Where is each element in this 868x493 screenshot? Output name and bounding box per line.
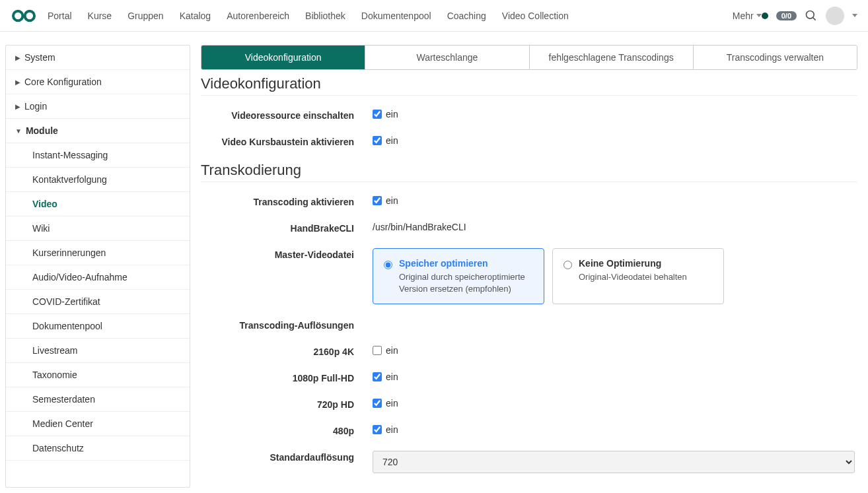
- select-default-res[interactable]: 720: [373, 451, 855, 473]
- sidebar-item-wiki[interactable]: Wiki: [6, 216, 190, 241]
- radio-noopt[interactable]: [563, 261, 572, 269]
- nav-item-0[interactable]: Portal: [48, 11, 72, 21]
- nav-item-8[interactable]: Video Collection: [502, 11, 569, 21]
- checkbox-videores-label: ein: [386, 109, 398, 119]
- section-heading-video: Videokonfiguration: [201, 75, 857, 92]
- svg-point-0: [13, 11, 22, 20]
- nav-right: 0/0: [762, 7, 857, 25]
- main-content: VideokonfigurationWarteschlangefehlgesch…: [201, 45, 863, 488]
- checkbox-480-label: ein: [386, 424, 398, 435]
- nav-more-label: Mehr: [733, 11, 754, 21]
- notification-badge[interactable]: 0/0: [776, 11, 797, 20]
- radio-card-optimize[interactable]: Speicher optimieren Original durch speic…: [373, 248, 544, 304]
- nav-item-2[interactable]: Gruppen: [127, 11, 163, 21]
- radio-noopt-desc: Original-Videodatei behalten: [579, 271, 687, 283]
- nav-item-5[interactable]: Bibliothek: [305, 11, 345, 21]
- chevron-down-icon: [756, 14, 762, 17]
- radio-optimize-title: Speicher optimieren: [399, 258, 533, 269]
- sidebar-item-medien-center[interactable]: Medien Center: [6, 412, 190, 436]
- label-resolutions: Transcoding-Auflösungen: [201, 319, 373, 331]
- user-menu-caret-icon[interactable]: [852, 14, 857, 17]
- checkbox-videokurs-label: ein: [386, 135, 398, 146]
- sidebar-group-system[interactable]: ▶System: [6, 46, 190, 70]
- label-trans-on: Transcoding aktivieren: [201, 195, 373, 207]
- tabs: VideokonfigurationWarteschlangefehlgesch…: [201, 45, 857, 70]
- chevron-right-icon: ▶: [15, 103, 20, 110]
- chevron-right-icon: ▶: [15, 79, 20, 86]
- nav-item-4[interactable]: Autorenbereich: [227, 11, 289, 21]
- checkbox-720[interactable]: [373, 399, 382, 408]
- tab-1[interactable]: Warteschlange: [365, 46, 529, 69]
- nav-item-6[interactable]: Dokumentenpool: [361, 11, 431, 21]
- checkbox-2160-label: ein: [386, 345, 398, 356]
- nav-item-1[interactable]: Kurse: [88, 11, 112, 21]
- sidebar-group-label: Login: [24, 101, 47, 112]
- tab-0[interactable]: Videokonfiguration: [201, 46, 365, 69]
- sidebar-item-taxonomie[interactable]: Taxonomie: [6, 363, 190, 387]
- svg-point-1: [25, 11, 34, 20]
- nav-item-7[interactable]: Coaching: [447, 11, 486, 21]
- tab-2[interactable]: fehlgeschlagene Transcodings: [530, 46, 694, 69]
- svg-line-3: [813, 17, 816, 20]
- section-heading-trans: Transkodierung: [201, 162, 857, 179]
- label-videokurs: Video Kursbaustein aktivieren: [201, 135, 373, 147]
- checkbox-1080[interactable]: [373, 372, 382, 381]
- nav-more[interactable]: Mehr: [733, 11, 762, 21]
- radio-card-noopt[interactable]: Keine Optimierung Original-Videodatei be…: [552, 248, 724, 304]
- sidebar-item-audio-video-aufnahme[interactable]: Audio/Video-Aufnahme: [6, 265, 190, 290]
- label-master: Master-Videodatei: [201, 248, 373, 260]
- radio-optimize-desc: Original durch speicheroptimierte Versio…: [399, 271, 533, 294]
- checkbox-720-label: ein: [386, 398, 398, 409]
- radio-noopt-title: Keine Optimierung: [579, 258, 687, 269]
- sidebar-group-label: Core Konfiguration: [24, 77, 102, 87]
- status-dot-icon: [762, 13, 768, 19]
- sidebar-item-covid-zertifikat[interactable]: COVID-Zertifikat: [6, 290, 190, 314]
- logo[interactable]: [11, 8, 37, 24]
- topbar: PortalKurseGruppenKatalogAutorenbereichB…: [0, 0, 868, 32]
- checkbox-480[interactable]: [373, 425, 382, 434]
- label-720: 720p HD: [201, 398, 373, 410]
- label-1080: 1080p Full-HD: [201, 372, 373, 383]
- label-videores: Videoressource einschalten: [201, 109, 373, 121]
- sidebar-group-core-konfiguration[interactable]: ▶Core Konfiguration: [6, 70, 190, 94]
- sidebar-item-dokumentenpool[interactable]: Dokumentenpool: [6, 314, 190, 339]
- checkbox-trans-on-label: ein: [386, 195, 398, 206]
- chevron-right-icon: ▶: [15, 54, 20, 61]
- sidebar-group-module[interactable]: ▼Module: [6, 119, 190, 143]
- checkbox-2160[interactable]: [373, 346, 382, 355]
- tab-3[interactable]: Transcodings verwalten: [694, 46, 857, 69]
- chevron-down-icon: ▼: [15, 127, 22, 135]
- sidebar-group-login[interactable]: ▶Login: [6, 94, 190, 119]
- avatar[interactable]: [826, 7, 844, 25]
- sidebar-item-video[interactable]: Video: [6, 192, 190, 216]
- sidebar-item-instant-messaging[interactable]: Instant-Messaging: [6, 143, 190, 168]
- sidebar-item-livestream[interactable]: Livestream: [6, 339, 190, 363]
- label-default-res: Standardauflösung: [201, 451, 373, 463]
- radio-optimize[interactable]: [384, 261, 392, 269]
- svg-point-2: [807, 11, 814, 18]
- label-2160: 2160p 4K: [201, 345, 373, 357]
- sidebar-item-kurserinnerungen[interactable]: Kurserinnerungen: [6, 241, 190, 265]
- label-handbrake: HandBrakeCLI: [201, 222, 373, 234]
- checkbox-videores[interactable]: [373, 110, 382, 119]
- sidebar-item-datenschutz[interactable]: Datenschutz: [6, 436, 190, 461]
- search-icon[interactable]: [805, 9, 818, 22]
- checkbox-trans-on[interactable]: [373, 196, 382, 205]
- checkbox-1080-label: ein: [386, 372, 398, 382]
- sidebar-item-kontaktverfolgung[interactable]: Kontaktverfolgung: [6, 168, 190, 192]
- label-480: 480p: [201, 424, 373, 436]
- main-nav: PortalKurseGruppenKatalogAutorenbereichB…: [48, 11, 733, 21]
- checkbox-videokurs[interactable]: [373, 136, 382, 145]
- nav-item-3[interactable]: Katalog: [180, 11, 211, 21]
- sidebar: ▶System▶Core Konfiguration▶Login▼ModuleI…: [5, 45, 190, 488]
- sidebar-item-semesterdaten[interactable]: Semesterdaten: [6, 387, 190, 412]
- sidebar-group-label: System: [24, 52, 55, 63]
- value-handbrake-path: /usr/bin/HandBrakeCLI: [373, 222, 466, 232]
- sidebar-group-label: Module: [26, 125, 58, 136]
